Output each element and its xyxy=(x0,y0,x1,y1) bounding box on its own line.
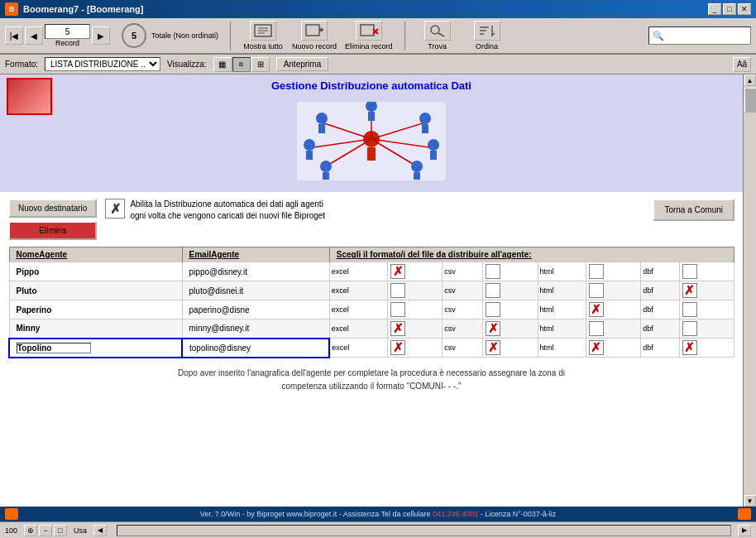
format-label-excel: excel xyxy=(329,319,387,339)
checkbox-text: Abilita la Distribuzione automatica dei … xyxy=(130,199,325,222)
zoom-level: 100 xyxy=(5,526,17,535)
checkbox-html-2[interactable]: ✗ xyxy=(589,302,604,317)
checkbox-csv-1[interactable] xyxy=(486,283,500,298)
checkbox-html-3[interactable] xyxy=(589,321,604,336)
format-check-html[interactable] xyxy=(586,319,640,339)
format-check-dbf[interactable] xyxy=(679,300,734,319)
bottom-nav-1[interactable]: ⊕ xyxy=(24,525,37,536)
close-button[interactable]: ✕ xyxy=(738,3,751,15)
aa-button[interactable]: Aâ xyxy=(733,57,751,72)
format-check-html[interactable] xyxy=(586,281,640,300)
elimina-record-button[interactable]: Elimina record xyxy=(345,21,393,50)
minimize-button[interactable]: _ xyxy=(708,3,721,15)
checkbox-dbf-1[interactable]: ✗ xyxy=(682,283,697,298)
elimina-record-label: Elimina record xyxy=(345,42,393,50)
scroll-right-button[interactable]: ▶ xyxy=(738,525,751,536)
format-check-html[interactable] xyxy=(586,262,640,281)
checkbox-html-1[interactable] xyxy=(589,283,604,298)
scrollbar[interactable]: ▲ ▼ xyxy=(743,74,756,507)
format-check-csv[interactable] xyxy=(483,281,538,300)
search-area: 🔍 xyxy=(648,26,751,45)
maximize-button[interactable]: □ xyxy=(723,3,736,15)
nuovo-record-label: Nuovo record xyxy=(292,42,337,50)
checkbox-csv-0[interactable] xyxy=(486,264,500,279)
format-check-excel[interactable]: ✗ xyxy=(388,319,443,339)
checkbox-dbf-4[interactable]: ✗ xyxy=(682,340,697,355)
format-check-html[interactable]: ✗ xyxy=(586,339,640,358)
formato-select[interactable]: LISTA DISTRIBUZIONE ... xyxy=(45,57,160,71)
checkbox-excel-3[interactable]: ✗ xyxy=(390,321,405,336)
format-check-dbf[interactable] xyxy=(679,319,734,339)
format-check-dbf[interactable] xyxy=(679,262,734,281)
scroll-down-button[interactable]: ▼ xyxy=(744,495,756,507)
format-check-csv[interactable]: ✗ xyxy=(483,319,538,339)
checkbox-csv-3[interactable]: ✗ xyxy=(486,321,500,336)
prev-record-button[interactable]: ◀ xyxy=(25,26,43,45)
bottom-nav-3[interactable]: □ xyxy=(54,525,67,536)
ordina-button[interactable]: Ordina xyxy=(467,21,508,50)
distribution-image-area xyxy=(5,95,738,187)
footer-note: Dopo aver inserito l'anagrafica dell'age… xyxy=(0,358,743,401)
agent-name-input[interactable] xyxy=(17,343,91,353)
next-record-button[interactable]: ▶ xyxy=(92,26,110,45)
format-check-csv[interactable] xyxy=(483,262,538,281)
anteprima-button[interactable]: Anteprima xyxy=(276,57,329,71)
title-bar-left: B Boomerang7 - [Boomerang] xyxy=(5,2,143,16)
agent-email: topolino@disney xyxy=(182,339,329,358)
navigation-controls: |◀ ◀ Record ▶ xyxy=(5,24,110,47)
trova-button[interactable]: Trova xyxy=(417,21,458,50)
checkbox-csv-2[interactable] xyxy=(486,302,500,317)
elimina-button[interactable]: Elimina xyxy=(8,221,97,240)
checkbox-excel-4[interactable]: ✗ xyxy=(390,340,405,355)
format-check-dbf[interactable]: ✗ xyxy=(679,281,734,300)
nuovo-record-button[interactable]: Nuovo record xyxy=(292,21,337,50)
mostra-tutto-icon xyxy=(250,21,276,41)
table-row: Paperinopaperino@disneexcelcsvhtml✗dbf xyxy=(9,300,734,319)
bottom-scrollbar[interactable] xyxy=(117,525,731,536)
mostra-tutto-button[interactable]: Mostra tutto xyxy=(242,21,284,50)
format-check-excel[interactable] xyxy=(388,281,443,300)
abilita-checkbox[interactable]: ✗ xyxy=(105,199,125,219)
scroll-thumb[interactable] xyxy=(744,88,756,113)
content-scroll[interactable]: Gestione Distribuzione automatica Dati xyxy=(0,74,743,507)
svg-point-35 xyxy=(411,161,423,172)
checkbox-csv-4[interactable]: ✗ xyxy=(486,340,500,355)
format-bar: Formato: LISTA DISTRIBUZIONE ... Visuali… xyxy=(0,55,756,74)
record-input[interactable] xyxy=(45,24,90,39)
search-input[interactable] xyxy=(664,31,747,41)
checkbox-html-4[interactable]: ✗ xyxy=(589,340,604,355)
checkbox-dbf-2[interactable] xyxy=(682,302,697,317)
format-check-excel[interactable] xyxy=(388,300,443,319)
view-form-button[interactable]: ▦ xyxy=(213,57,232,72)
checkbox-dbf-0[interactable] xyxy=(682,264,697,279)
svg-point-31 xyxy=(428,139,439,151)
total-circle: 5 xyxy=(122,23,146,48)
status-bar: Ver. 7.0/Win - by Biproget www.biproget.… xyxy=(0,507,756,521)
agent-name: Pippo xyxy=(9,262,182,281)
checkbox-html-0[interactable] xyxy=(589,264,604,279)
nuovo-destinatario-button[interactable]: Nuovo destinatario xyxy=(8,199,97,218)
format-check-html[interactable]: ✗ xyxy=(586,300,640,319)
format-check-excel[interactable]: ✗ xyxy=(388,339,443,358)
col-nome: NomeAgente xyxy=(9,247,182,262)
scroll-left-button[interactable]: ◀ xyxy=(93,525,107,536)
checkbox-excel-2[interactable] xyxy=(390,302,405,317)
svg-rect-38 xyxy=(368,112,375,121)
view-table-button[interactable]: ⊞ xyxy=(251,57,270,72)
format-check-dbf[interactable]: ✗ xyxy=(679,339,734,358)
format-check-csv[interactable] xyxy=(483,300,538,319)
first-record-button[interactable]: |◀ xyxy=(5,26,23,45)
bottom-nav-2[interactable]: − xyxy=(39,525,52,536)
search-box[interactable]: 🔍 xyxy=(648,26,751,45)
torna-comuni-button[interactable]: Torna a Comuni xyxy=(653,199,734,221)
actions-row: Nuovo destinatario Elimina ✗ Abilita la … xyxy=(0,192,743,247)
scroll-up-button[interactable]: ▲ xyxy=(744,74,756,86)
checkbox-excel-1[interactable] xyxy=(390,283,405,298)
checkbox-excel-0[interactable]: ✗ xyxy=(390,264,405,279)
svg-rect-7 xyxy=(361,25,374,36)
checkbox-dbf-3[interactable] xyxy=(682,321,697,336)
format-check-excel[interactable]: ✗ xyxy=(388,262,443,281)
format-check-csv[interactable]: ✗ xyxy=(483,339,538,358)
view-list-button[interactable]: ≡ xyxy=(232,57,251,72)
total-group: 5 Totale (Non ordinati) xyxy=(122,23,218,48)
